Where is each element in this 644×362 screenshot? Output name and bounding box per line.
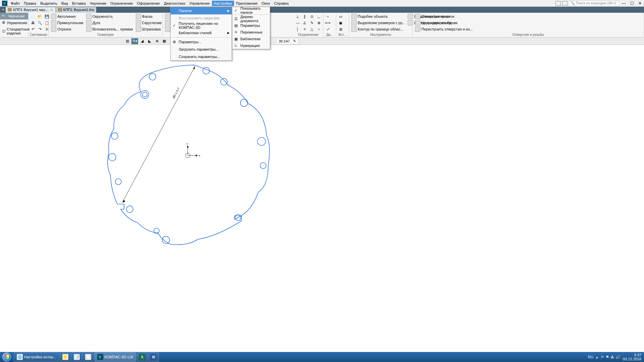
btn-circle[interactable]: Окружность (85, 13, 134, 19)
side-drawing[interactable]: ✏ Черчение (0, 13, 28, 19)
btn-autoline[interactable]: Автолиния (50, 13, 84, 19)
c-icon[interactable]: ⊕ (316, 20, 322, 26)
c-icon[interactable]: ◡ (316, 13, 322, 19)
drawing-canvas[interactable]: Ø2 ± 0.7 X Y (0, 45, 644, 264)
layout-icon-1[interactable] (555, 1, 561, 6)
start-button[interactable] (0, 352, 13, 362)
tab-1[interactable]: КПП1 Версия1.frw (56, 7, 96, 13)
opt-btn-selected[interactable]: ✎▾ (131, 38, 138, 44)
dd-panels[interactable]: Панели▶ (171, 7, 232, 14)
btn-contour[interactable]: Контур по границе облас... (350, 26, 406, 32)
close-button[interactable]: ✕ (637, 1, 643, 6)
menu-file[interactable]: Файл (9, 1, 22, 6)
c-icon[interactable]: │ (295, 26, 301, 32)
c-icon[interactable]: = (302, 26, 308, 32)
open-icon[interactable]: 📂 (37, 13, 43, 19)
d-icon[interactable]: ↔ (325, 13, 331, 19)
menu-edit[interactable]: Правка (22, 1, 38, 6)
dd-params[interactable]: ⚙Параметры... (171, 38, 232, 46)
minimize-button[interactable]: — (621, 1, 627, 6)
menu-manage[interactable]: Управление (187, 1, 212, 6)
menu-settings[interactable]: Настройка (212, 1, 234, 6)
tab-0[interactable]: КПП1 Версия1 мас... × (6, 7, 56, 13)
task-chrome[interactable]: 🌐 Настройка интер... (14, 352, 59, 362)
flag-icon[interactable]: 🏳 (601, 355, 604, 359)
btn-similar[interactable]: Подобие объекта (350, 13, 406, 19)
action-icon[interactable]: ⚑ (606, 355, 609, 359)
opt-btn[interactable]: ▦ (161, 38, 168, 44)
preview-icon[interactable]: 🔍 (37, 20, 43, 26)
btn-rect[interactable]: Прямоугольник (50, 20, 84, 26)
task-excel[interactable]: X (137, 352, 148, 362)
c-icon[interactable]: ∠ (302, 20, 308, 26)
menu-insert[interactable]: Вставка (70, 1, 88, 6)
volume-icon[interactable]: 🔊 (616, 355, 620, 359)
btn-arc[interactable]: Дуга (85, 20, 134, 26)
dd-doc-tree[interactable]: ☰Дерево документа (232, 15, 270, 22)
undo-icon[interactable]: ↶ (30, 26, 36, 32)
v-icon[interactable]: ⊞ (338, 26, 344, 32)
c-icon[interactable]: ○ (316, 26, 322, 32)
v-icon[interactable]: ▣ (338, 20, 344, 26)
menu-apps[interactable]: Приложения (234, 1, 259, 6)
btn-thread[interactable]: Наружная резьба (414, 20, 474, 26)
task-calc[interactable]: 🖩 (83, 352, 94, 362)
d-icon[interactable]: ⤢ (325, 26, 331, 32)
new-icon[interactable]: 📄 (30, 13, 36, 19)
menu-drawing[interactable]: Черчение (88, 1, 109, 6)
dd-style-libs[interactable]: Библиотеки стилей▶ (171, 29, 232, 37)
task-word[interactable]: W (148, 352, 159, 362)
v-icon[interactable]: ▭ (338, 13, 344, 19)
dd-numbering[interactable]: 1↓Нумерация (232, 42, 270, 49)
menu-diag[interactable]: Диагностика (162, 1, 187, 6)
opt-btn[interactable]: ◣ (146, 38, 153, 44)
btn-chamfer[interactable]: Фаска (135, 13, 163, 19)
c-icon[interactable]: ∥ (302, 13, 308, 19)
dd-load-params[interactable]: Загрузить параметры... (171, 46, 232, 53)
dd-libraries[interactable]: ▦Библиотеки (232, 36, 270, 42)
opt-btn[interactable]: ⊕ (154, 38, 160, 44)
btn-hatch[interactable]: Штриховка (135, 26, 163, 32)
d-icon[interactable]: ⟷ (325, 20, 331, 26)
menu-help[interactable]: Справка (272, 1, 291, 6)
dd-show-panels[interactable]: ✓Показывать панели (232, 7, 270, 14)
lang-indicator[interactable]: RU (588, 355, 593, 359)
side-std-parts[interactable]: ◫ Стандартные изделия (0, 26, 28, 36)
opt-btn[interactable]: ▥ (124, 38, 131, 44)
network-icon[interactable]: 🖧 (610, 355, 614, 359)
c-icon[interactable]: ✎ (309, 20, 315, 26)
btn-segment[interactable]: Отрезок (50, 26, 84, 32)
menu-window[interactable]: Окно (259, 1, 272, 6)
btn-auxline[interactable]: Вспомогатель... прямая (85, 26, 134, 32)
new-tab-button[interactable]: + (1, 7, 6, 12)
tab-close[interactable]: × (50, 8, 53, 12)
c-icon[interactable]: △ (309, 26, 315, 32)
tray-up-icon[interactable]: ▴ (596, 355, 598, 359)
command-search[interactable]: 🔍Поиск по командам (Alt+/) (569, 1, 619, 6)
menu-select[interactable]: Выделить (38, 1, 59, 6)
opt-btn[interactable]: ◢ (139, 38, 145, 44)
task-explorer[interactable]: 📁 (60, 352, 71, 362)
btn-fillet[interactable]: Скругление (135, 20, 163, 26)
menu-view[interactable]: Вид (59, 1, 70, 6)
dd-parameters[interactable]: ▤Параметры (232, 22, 270, 29)
print-icon[interactable]: 🖶 (30, 20, 36, 26)
menu-constraints[interactable]: Ограничения (108, 1, 135, 6)
side-manage[interactable]: ⚙ Управление (0, 19, 28, 26)
dd-variables[interactable]: fxПеременные (232, 29, 270, 36)
maximize-button[interactable]: ☐ (629, 1, 635, 6)
c-icon[interactable]: — (295, 20, 301, 26)
dd-save-params[interactable]: Сохранить параметры... (171, 53, 232, 60)
task-kompas[interactable]: K КОМПАС-3D v18 (94, 352, 136, 362)
menu-design[interactable]: Оформление (135, 1, 162, 6)
btn-hole[interactable]: Отверстие простое (414, 13, 474, 19)
btn-selsize[interactable]: Выделение размеров с ру... (350, 20, 406, 26)
layout-icon-2[interactable] (562, 1, 568, 6)
c-icon[interactable]: ⊙ (309, 13, 315, 19)
redo-icon[interactable]: ↷ (37, 26, 43, 32)
dd-get-license[interactable]: ✓Получить лицензию на КОМПАС-3D (171, 22, 232, 29)
c-icon[interactable]: ⊥ (295, 13, 301, 19)
btn-rebuild[interactable]: Перестроить отверстия и из... (414, 26, 474, 32)
task-notepad[interactable]: 📝 (71, 352, 82, 362)
clock[interactable]: 9:37 03.12.2018 (623, 353, 641, 361)
